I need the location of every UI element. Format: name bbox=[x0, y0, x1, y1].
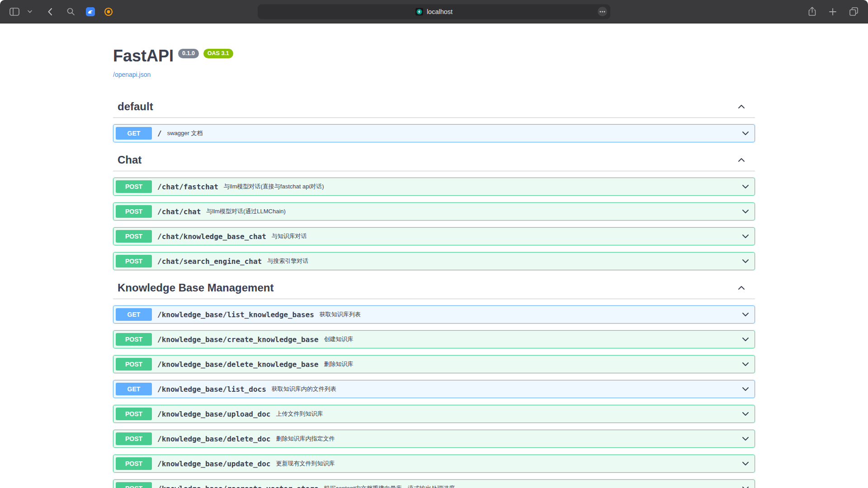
operation-row[interactable]: POST /knowledge_base/create_knowledge_ba… bbox=[113, 330, 755, 348]
sidebar-toggle-button[interactable] bbox=[7, 5, 22, 19]
share-button[interactable] bbox=[805, 5, 819, 19]
section-operations: POST /chat/fastchat 与llm模型对话(直接与fastchat… bbox=[113, 178, 755, 270]
method-badge: POST bbox=[116, 205, 152, 218]
page-content: FastAPI 0.1.0 OAS 3.1 /openapi.json defa… bbox=[0, 23, 868, 488]
chevron-down-icon[interactable] bbox=[741, 409, 750, 418]
chevron-down-icon[interactable] bbox=[741, 484, 750, 488]
page-title: FastAPI 0.1.0 OAS 3.1 bbox=[113, 46, 755, 66]
operation-row[interactable]: POST /knowledge_base/recreate_vector_sto… bbox=[113, 479, 755, 488]
operation-description: 删除知识库 bbox=[324, 360, 353, 368]
operation-row[interactable]: POST /chat/search_engine_chat 与搜索引擎对话 bbox=[113, 252, 755, 270]
search-icon bbox=[66, 7, 75, 16]
operation-row[interactable]: POST /chat/chat 与llm模型对话(通过LLMChain) bbox=[113, 202, 755, 221]
api-section: default GET / swagger 文档 bbox=[113, 96, 755, 142]
back-button[interactable] bbox=[42, 5, 57, 19]
api-section: Knowledge Base Management GET /knowledge… bbox=[113, 277, 755, 488]
operation-row[interactable]: POST /knowledge_base/update_doc 更新现有文件到知… bbox=[113, 455, 755, 473]
operation-description: 与llm模型对话(直接与fastchat api对话) bbox=[224, 183, 324, 191]
page-settings-button[interactable] bbox=[598, 7, 607, 16]
new-tab-button[interactable] bbox=[826, 5, 840, 19]
section-header[interactable]: Knowledge Base Management bbox=[113, 277, 755, 299]
chevron-down-icon[interactable] bbox=[741, 385, 750, 394]
extension-blue-button[interactable] bbox=[83, 5, 98, 19]
operation-path: /knowledge_base/recreate_vector_store bbox=[157, 484, 318, 488]
operation-path: /knowledge_base/update_doc bbox=[157, 460, 270, 468]
operation-path: / bbox=[157, 129, 162, 138]
chevron-up-icon[interactable] bbox=[737, 283, 746, 292]
site-favicon bbox=[415, 8, 423, 15]
operation-description: 创建知识库 bbox=[324, 335, 353, 343]
method-badge: POST bbox=[116, 408, 152, 420]
sidebar-menu-button[interactable] bbox=[25, 5, 34, 19]
chevron-down-icon[interactable] bbox=[741, 129, 750, 138]
api-title-text: FastAPI bbox=[113, 46, 174, 66]
operation-path: /knowledge_base/list_knowledge_bases bbox=[157, 310, 314, 319]
new-tab-icon bbox=[829, 8, 837, 16]
section-operations: GET /knowledge_base/list_knowledge_bases… bbox=[113, 305, 755, 488]
method-badge: POST bbox=[116, 333, 152, 346]
chevron-up-icon[interactable] bbox=[737, 102, 746, 111]
tab-overview-button[interactable] bbox=[846, 5, 861, 19]
operation-description: 与搜索引擎对话 bbox=[267, 257, 308, 265]
operation-description: swagger 文档 bbox=[167, 129, 203, 137]
operation-path: /knowledge_base/upload_doc bbox=[157, 410, 270, 418]
operation-row[interactable]: POST /knowledge_base/delete_doc 删除知识库内指定… bbox=[113, 430, 755, 448]
operation-description: 更新现有文件到知识库 bbox=[276, 460, 335, 468]
operation-row[interactable]: POST /chat/knowledge_base_chat 与知识库对话 bbox=[113, 227, 755, 245]
chevron-up-icon[interactable] bbox=[737, 155, 746, 164]
operation-description: 与llm模型对话(通过LLMChain) bbox=[206, 207, 286, 216]
api-info: FastAPI 0.1.0 OAS 3.1 /openapi.json bbox=[113, 46, 755, 79]
share-icon bbox=[808, 6, 816, 17]
address-bar[interactable]: localhost bbox=[258, 4, 610, 19]
operation-description: 删除知识库内指定文件 bbox=[276, 435, 335, 443]
openapi-spec-link[interactable]: /openapi.json bbox=[113, 71, 151, 78]
chevron-down-icon[interactable] bbox=[741, 360, 750, 369]
oas-badge: OAS 3.1 bbox=[203, 49, 233, 58]
operation-row[interactable]: GET /knowledge_base/list_docs 获取知识库内的文件列… bbox=[113, 380, 755, 398]
back-icon bbox=[47, 8, 52, 16]
extension-orange-icon bbox=[104, 7, 113, 16]
operation-path: /knowledge_base/list_docs bbox=[157, 385, 266, 394]
api-section: Chat POST /chat/fastchat 与llm模型对话(直接与fas… bbox=[113, 149, 755, 270]
operation-path: /knowledge_base/delete_doc bbox=[157, 435, 270, 443]
chevron-down-icon[interactable] bbox=[741, 310, 750, 319]
method-badge: POST bbox=[116, 358, 152, 371]
operation-description: 根据content中文档重建向量库，流式输出处理进度。 bbox=[324, 484, 461, 488]
operation-row[interactable]: POST /chat/fastchat 与llm模型对话(直接与fastchat… bbox=[113, 178, 755, 196]
search-button[interactable] bbox=[63, 5, 78, 19]
method-badge: GET bbox=[116, 383, 152, 395]
extension-blue-icon bbox=[86, 7, 95, 16]
chevron-down-icon[interactable] bbox=[741, 335, 750, 344]
section-header[interactable]: Chat bbox=[113, 149, 755, 171]
operation-row[interactable]: POST /knowledge_base/upload_doc 上传文件到知识库 bbox=[113, 405, 755, 423]
chevron-down-icon[interactable] bbox=[741, 257, 750, 266]
api-sections: default GET / swagger 文档 Chat bbox=[113, 96, 755, 488]
operation-row[interactable]: GET /knowledge_base/list_knowledge_bases… bbox=[113, 305, 755, 324]
sidebar-toggle-icon bbox=[9, 8, 19, 16]
method-badge: POST bbox=[116, 180, 152, 193]
operation-row[interactable]: POST /knowledge_base/delete_knowledge_ba… bbox=[113, 355, 755, 373]
method-badge: POST bbox=[116, 432, 152, 445]
section-operations: GET / swagger 文档 bbox=[113, 124, 755, 142]
section-header[interactable]: default bbox=[113, 96, 755, 118]
operation-path: /chat/chat bbox=[157, 207, 201, 216]
method-badge: POST bbox=[116, 255, 152, 267]
chevron-down-icon[interactable] bbox=[741, 207, 750, 216]
method-badge: POST bbox=[116, 457, 152, 470]
chevron-down-icon[interactable] bbox=[741, 232, 750, 241]
chevron-down-icon bbox=[28, 10, 32, 13]
operation-row[interactable]: GET / swagger 文档 bbox=[113, 124, 755, 142]
operation-path: /knowledge_base/create_knowledge_base bbox=[157, 335, 318, 344]
chevron-down-icon[interactable] bbox=[741, 459, 750, 468]
operation-path: /knowledge_base/delete_knowledge_base bbox=[157, 360, 318, 369]
chevron-down-icon[interactable] bbox=[741, 182, 750, 191]
operation-description: 获取知识库内的文件列表 bbox=[272, 385, 336, 393]
method-badge: GET bbox=[116, 127, 152, 140]
method-badge: POST bbox=[116, 482, 152, 488]
chevron-down-icon[interactable] bbox=[741, 434, 750, 443]
url-text: localhost bbox=[427, 8, 453, 15]
method-badge: GET bbox=[116, 308, 152, 321]
section-title: Chat bbox=[118, 154, 142, 166]
operation-description: 获取知识库列表 bbox=[320, 310, 361, 319]
extension-orange-button[interactable] bbox=[101, 5, 116, 19]
